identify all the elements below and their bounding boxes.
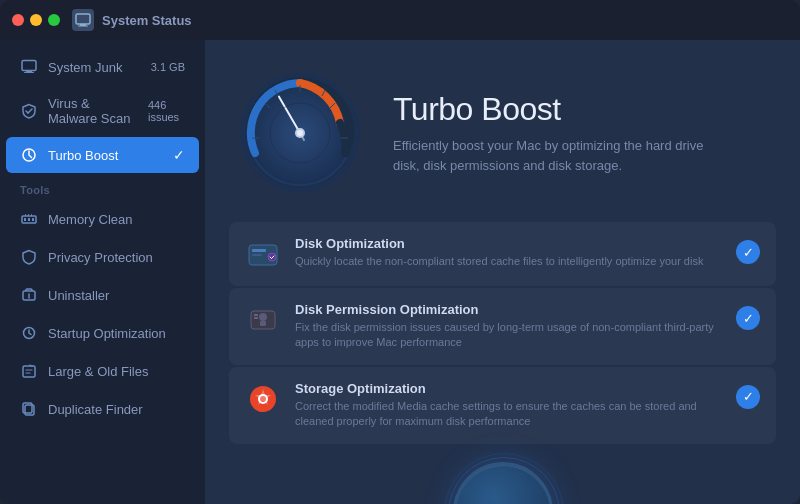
sidebar-item-uninstaller[interactable]: Uninstaller — [6, 277, 199, 313]
sidebar-item-memory-clean[interactable]: Memory Clean — [6, 201, 199, 237]
svg-rect-12 — [32, 218, 34, 221]
sidebar-label: Startup Optimization — [48, 326, 166, 341]
feature-card-disk-opt: Disk Optimization Quickly locate the non… — [229, 222, 776, 286]
uninstaller-icon — [20, 286, 38, 304]
hero-text: Turbo Boost Efficiently boost your Mac b… — [393, 91, 764, 175]
svg-rect-19 — [23, 366, 35, 377]
feature-text-disk-opt: Disk Optimization Quickly locate the non… — [295, 236, 722, 269]
svg-rect-10 — [24, 218, 26, 221]
svg-rect-4 — [26, 71, 32, 73]
maximize-button[interactable] — [48, 14, 60, 26]
feature-title: Storage Optimization — [295, 381, 722, 396]
startup-icon — [20, 324, 38, 342]
close-button[interactable] — [12, 14, 24, 26]
app-title: System Status — [102, 13, 192, 28]
sidebar-label: Duplicate Finder — [48, 402, 143, 417]
feature-check-disk-opt: ✓ — [736, 240, 760, 264]
sidebar-label: Uninstaller — [48, 288, 109, 303]
svg-rect-13 — [25, 214, 26, 216]
feature-desc: Fix the disk permission issues caused by… — [295, 320, 722, 351]
files-icon — [20, 362, 38, 380]
boost-area: Boost — [205, 444, 800, 504]
duplicate-icon — [20, 400, 38, 418]
sidebar-label: Virus & Malware Scan — [48, 96, 138, 126]
memory-icon — [20, 210, 38, 228]
feature-desc: Correct the modified Media cache setting… — [295, 399, 722, 430]
boost-button[interactable]: Boost — [453, 462, 553, 504]
svg-point-42 — [268, 253, 276, 261]
feature-card-disk-perm: Disk Permission Optimization Fix the dis… — [229, 288, 776, 365]
sidebar-item-large-old-files[interactable]: Large & Old Files — [6, 353, 199, 389]
svg-rect-45 — [260, 321, 266, 326]
turbo-icon — [20, 146, 38, 164]
sidebar-label: System Junk — [48, 60, 122, 75]
sidebar-item-system-junk[interactable]: System Junk 3.1 GB — [6, 49, 199, 85]
sidebar-label: Memory Clean — [48, 212, 133, 227]
sidebar-item-privacy-protection[interactable]: Privacy Protection — [6, 239, 199, 275]
sidebar-badge: 3.1 GB — [151, 61, 185, 73]
svg-rect-14 — [28, 214, 29, 216]
sidebar-label: Privacy Protection — [48, 250, 153, 265]
svg-rect-41 — [252, 254, 262, 256]
sidebar-item-turbo-boost[interactable]: Turbo Boost ✓ — [6, 137, 199, 173]
svg-rect-5 — [24, 72, 34, 73]
hero-description: Efficiently boost your Mac by optimizing… — [393, 136, 733, 175]
disk-perm-icon — [245, 302, 281, 338]
features-list: Disk Optimization Quickly locate the non… — [205, 222, 800, 444]
sidebar-item-startup-optimization[interactable]: Startup Optimization — [6, 315, 199, 351]
app-icon — [72, 9, 94, 31]
feature-check-disk-perm: ✓ — [736, 306, 760, 330]
storage-opt-icon — [245, 381, 281, 417]
svg-point-37 — [297, 130, 303, 136]
sidebar-label: Large & Old Files — [48, 364, 148, 379]
hero-section: Turbo Boost Efficiently boost your Mac b… — [205, 40, 800, 222]
feature-text-storage-opt: Storage Optimization Correct the modifie… — [295, 381, 722, 430]
disk-opt-icon — [245, 236, 281, 272]
svg-rect-11 — [28, 218, 30, 221]
svg-point-44 — [259, 313, 267, 321]
svg-line-7 — [28, 109, 32, 113]
feature-card-storage-opt: Storage Optimization Correct the modifie… — [229, 367, 776, 444]
tools-section-label: Tools — [0, 174, 205, 200]
feature-title: Disk Permission Optimization — [295, 302, 722, 317]
feature-desc: Quickly locate the non-compliant stored … — [295, 254, 722, 269]
shield-scan-icon — [20, 102, 38, 120]
svg-rect-3 — [22, 61, 36, 71]
title-bar: System Status — [0, 0, 800, 40]
sidebar-label: Turbo Boost — [48, 148, 118, 163]
svg-rect-15 — [31, 214, 32, 216]
feature-title: Disk Optimization — [295, 236, 722, 251]
app-title-area: System Status — [72, 9, 192, 31]
sidebar-item-virus-malware[interactable]: Virus & Malware Scan 446 issues — [6, 87, 199, 135]
app-body: System Junk 3.1 GB Virus & Malware Scan … — [0, 40, 800, 504]
feature-text-disk-perm: Disk Permission Optimization Fix the dis… — [295, 302, 722, 351]
svg-rect-0 — [76, 14, 90, 24]
monitor-icon — [20, 58, 38, 76]
gauge-container — [235, 68, 365, 198]
sidebar: System Junk 3.1 GB Virus & Malware Scan … — [0, 40, 205, 504]
active-checkmark: ✓ — [173, 147, 185, 163]
svg-rect-40 — [252, 249, 266, 252]
sidebar-badge: 446 issues — [148, 99, 185, 123]
privacy-icon — [20, 248, 38, 266]
sidebar-item-duplicate-finder[interactable]: Duplicate Finder — [6, 391, 199, 427]
hero-title: Turbo Boost — [393, 91, 764, 128]
minimize-button[interactable] — [30, 14, 42, 26]
feature-check-storage-opt: ✓ — [736, 385, 760, 409]
svg-rect-2 — [78, 26, 88, 27]
traffic-lights — [12, 14, 60, 26]
main-content: Turbo Boost Efficiently boost your Mac b… — [205, 40, 800, 504]
